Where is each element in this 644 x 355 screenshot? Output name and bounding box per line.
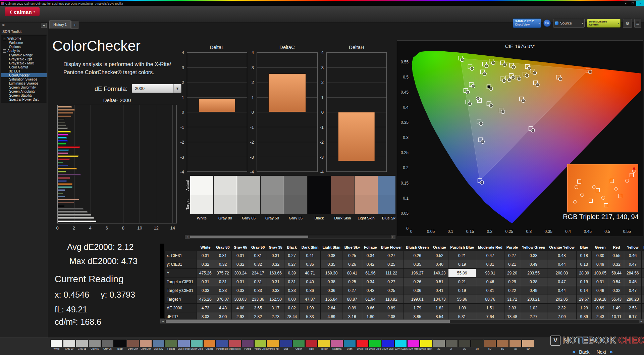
cell[interactable]: 0.49	[520, 286, 547, 295]
cell[interactable]: 0.27	[504, 251, 520, 260]
bottom-swatch-2e[interactable]: 2E	[433, 340, 445, 350]
cell[interactable]: 208.03	[547, 269, 577, 277]
cell[interactable]: 108.05	[592, 269, 609, 277]
cell[interactable]: 1.51	[476, 304, 504, 312]
cell[interactable]: 0.47	[476, 251, 504, 260]
cell[interactable]: 280.23	[624, 295, 642, 304]
table-scrollbar[interactable]: ◄ ►	[160, 319, 644, 323]
swatch-light-skin[interactable]: Light Skin	[355, 176, 378, 232]
swatch-gray-65[interactable]: Gray 65	[237, 176, 260, 232]
cell[interactable]: 0.89	[342, 304, 362, 312]
cell[interactable]: 0.33	[197, 286, 214, 295]
cell[interactable]: 0.45	[624, 277, 642, 286]
cell[interactable]: 0.34	[362, 251, 379, 260]
scroll-left-arrow[interactable]: ◄	[185, 235, 190, 239]
cell[interactable]: 1.82	[431, 304, 448, 312]
cell[interactable]: 0.00	[284, 295, 300, 304]
sidebar-item-dynamic-range[interactable]: Dynamic Range	[1, 53, 47, 57]
cell[interactable]: 0.33	[267, 286, 284, 295]
swatch-white[interactable]: White	[190, 176, 213, 232]
bottom-swatch-yellow-green[interactable]: Yellow Green	[254, 340, 267, 350]
swatch-gray-35[interactable]: Gray 35	[284, 176, 307, 232]
bottom-swatch-gray-50[interactable]: Gray 50	[89, 340, 101, 350]
cell[interactable]: 0.25	[641, 286, 644, 295]
scroll-right-arrow[interactable]: ►	[639, 320, 644, 323]
cell[interactable]: 0.31	[476, 286, 504, 295]
cell[interactable]: 196.27	[404, 269, 431, 277]
cell[interactable]: 162.50	[267, 295, 284, 304]
bottom-swatch-white[interactable]: White	[50, 340, 63, 350]
cell[interactable]: 4.73	[197, 304, 214, 312]
cell[interactable]: 0.32	[197, 260, 214, 269]
cell[interactable]: 303.24	[232, 269, 249, 277]
cell[interactable]: 0.49	[520, 260, 547, 269]
sidebar-item-spectral-power-dist[interactable]: Spectral Power Dist.	[1, 97, 47, 101]
cell[interactable]: 0.41	[431, 286, 448, 295]
cell[interactable]: 1.09	[448, 304, 476, 312]
bottom-swatch-red[interactable]: Red	[305, 340, 318, 350]
cell[interactable]: 0.24	[641, 260, 644, 269]
cell[interactable]: 0.27	[284, 251, 300, 260]
cell[interactable]: 89.47	[641, 295, 644, 304]
cell[interactable]: 233.36	[249, 295, 267, 304]
cell[interactable]: 61.94	[362, 295, 379, 304]
cell[interactable]: 2.64	[320, 304, 342, 312]
cell[interactable]: 0.39	[284, 269, 300, 277]
cell[interactable]: 0.31	[214, 251, 231, 260]
sidebar-item-screen-stability[interactable]: Screen Stability	[1, 93, 47, 97]
cell[interactable]: 88.41	[342, 269, 362, 277]
cell[interactable]: 55.09	[448, 269, 476, 277]
cell[interactable]: 0.89	[379, 304, 404, 312]
cell[interactable]: 0.33	[232, 286, 249, 295]
cell[interactable]: 0.31	[249, 251, 267, 260]
cell[interactable]: 0.27	[379, 277, 404, 286]
cell[interactable]: 3.65	[249, 304, 267, 312]
tree-group-analysis[interactable]: -Analysis	[1, 49, 47, 53]
cell[interactable]: 1.02	[520, 304, 547, 312]
cell[interactable]: 0.43	[362, 286, 379, 295]
cell[interactable]: 1.99	[300, 304, 321, 312]
cell[interactable]: 376.07	[214, 295, 231, 304]
cell[interactable]: 0.46	[624, 251, 642, 260]
sidebar-item-screen-uniformity[interactable]: Screen Uniformity	[1, 85, 47, 89]
bottom-swatch-moderate-red[interactable]: Moderate Red	[229, 340, 241, 350]
collapse-sidebar-button[interactable]: ◀	[41, 23, 47, 28]
cell[interactable]: 203.21	[520, 295, 547, 304]
cell[interactable]: 0.37	[641, 277, 644, 286]
cell[interactable]: 3.17	[267, 304, 284, 312]
cell[interactable]: 0.31	[197, 277, 214, 286]
cell[interactable]: 0.44	[547, 286, 577, 295]
cell[interactable]: 55.43	[609, 295, 624, 304]
cell[interactable]: 28.39	[577, 269, 592, 277]
close-button[interactable]: ✕	[636, 1, 644, 6]
collapse-icon[interactable]: -	[3, 37, 6, 40]
cell[interactable]: 0.26	[404, 277, 431, 286]
cell[interactable]: 4.08	[232, 304, 249, 312]
cell[interactable]: 0.38	[320, 251, 342, 260]
cell[interactable]: 0.49	[592, 260, 609, 269]
bottom-swatch-blue[interactable]: Blue	[280, 340, 292, 350]
cell[interactable]: 0.48	[547, 251, 577, 260]
cell[interactable]: 0.32	[609, 286, 624, 295]
cell[interactable]: 0.31	[197, 251, 214, 260]
minimize-button[interactable]: –	[622, 1, 629, 6]
cell[interactable]: 0.31	[232, 277, 249, 286]
bottom-swatch-8d[interactable]: 8D	[522, 340, 534, 350]
bottom-swatch-magenta[interactable]: Magenta	[331, 340, 343, 350]
cell[interactable]: 303.03	[232, 295, 249, 304]
cell[interactable]: 0.27	[342, 286, 362, 295]
swatch-strip-scrollbar[interactable]: ◄ ►	[185, 235, 395, 239]
scroll-left-arrow[interactable]: ◄	[161, 320, 165, 323]
cell[interactable]: 0.40	[431, 260, 448, 269]
swatch-gray-50[interactable]: Gray 50	[261, 176, 284, 232]
cell[interactable]: 0.26	[404, 251, 431, 260]
cell[interactable]: 88.76	[476, 295, 504, 304]
tree-group-welcome[interactable]: -Welcome	[1, 36, 47, 41]
cell[interactable]: 0.36	[320, 286, 342, 295]
calman-menu-button[interactable]: ❮ calman ▾	[5, 7, 40, 16]
cell[interactable]: 0.51	[431, 277, 448, 286]
swatch-blue-sky[interactable]: Blue Sky	[378, 176, 395, 232]
menu-button[interactable]: ☰	[634, 19, 641, 28]
cell[interactable]: 0.31	[267, 251, 284, 260]
cell[interactable]: 284.56	[624, 269, 642, 277]
